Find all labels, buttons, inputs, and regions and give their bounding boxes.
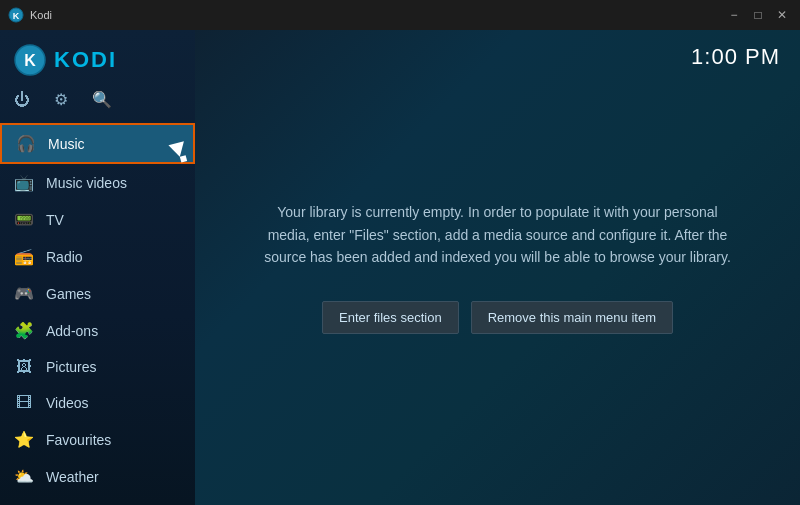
titlebar: K Kodi − □ ✕ bbox=[0, 0, 800, 30]
games-icon: 🎮 bbox=[14, 284, 34, 303]
titlebar-controls: − □ ✕ bbox=[724, 5, 792, 25]
radio-icon: 📻 bbox=[14, 247, 34, 266]
maximize-button[interactable]: □ bbox=[748, 5, 768, 25]
sidebar-item-label: Radio bbox=[46, 249, 83, 265]
settings-icon[interactable]: ⚙ bbox=[54, 90, 68, 109]
kodi-main-logo-icon: K bbox=[14, 44, 46, 76]
sidebar-item-music-videos[interactable]: 📺 Music videos bbox=[0, 164, 195, 201]
minimize-button[interactable]: − bbox=[724, 5, 744, 25]
power-icon[interactable]: ⏻ bbox=[14, 91, 30, 109]
search-icon[interactable]: 🔍 bbox=[92, 90, 112, 109]
sidebar-item-label: Music videos bbox=[46, 175, 127, 191]
sidebar-item-tv[interactable]: 📟 TV bbox=[0, 201, 195, 238]
pictures-icon: 🖼 bbox=[14, 358, 34, 376]
kodi-logo-icon: K bbox=[8, 7, 24, 23]
sidebar-item-label: Music bbox=[48, 136, 85, 152]
empty-library-message: Your library is currently empty. In orde… bbox=[258, 201, 738, 268]
sidebar-item-label: Videos bbox=[46, 395, 89, 411]
sidebar-item-label: Favourites bbox=[46, 432, 111, 448]
music-videos-icon: 📺 bbox=[14, 173, 34, 192]
sidebar: K KODI ⏻ ⚙ 🔍 🎧 Music 📺 Music videos 📟 TV bbox=[0, 30, 195, 505]
sidebar-item-label: Add-ons bbox=[46, 323, 98, 339]
sidebar-item-label: TV bbox=[46, 212, 64, 228]
toolbar: ⏻ ⚙ 🔍 bbox=[0, 90, 195, 123]
content-area: 1:00 PM Your library is currently empty.… bbox=[195, 30, 800, 505]
svg-text:K: K bbox=[24, 52, 36, 69]
addons-icon: 🧩 bbox=[14, 321, 34, 340]
svg-text:K: K bbox=[13, 11, 20, 21]
action-buttons: Enter files section Remove this main men… bbox=[322, 301, 673, 334]
sidebar-item-radio[interactable]: 📻 Radio bbox=[0, 238, 195, 275]
nav-items: 🎧 Music 📺 Music videos 📟 TV 📻 Radio 🎮 Ga… bbox=[0, 123, 195, 505]
videos-icon: 🎞 bbox=[14, 394, 34, 412]
app-name: KODI bbox=[54, 47, 117, 73]
sidebar-item-label: Pictures bbox=[46, 359, 97, 375]
sidebar-item-videos[interactable]: 🎞 Videos bbox=[0, 385, 195, 421]
sidebar-item-favourites[interactable]: ⭐ Favourites bbox=[0, 421, 195, 458]
sidebar-item-weather[interactable]: ⛅ Weather bbox=[0, 458, 195, 495]
tv-icon: 📟 bbox=[14, 210, 34, 229]
titlebar-title: Kodi bbox=[30, 9, 52, 21]
main-wrapper: K KODI ⏻ ⚙ 🔍 🎧 Music 📺 Music videos 📟 TV bbox=[0, 30, 800, 505]
logo-area: K KODI bbox=[0, 34, 195, 90]
sidebar-item-addons[interactable]: 🧩 Add-ons bbox=[0, 312, 195, 349]
weather-icon: ⛅ bbox=[14, 467, 34, 486]
close-button[interactable]: ✕ bbox=[772, 5, 792, 25]
sidebar-item-pictures[interactable]: 🖼 Pictures bbox=[0, 349, 195, 385]
sidebar-item-music[interactable]: 🎧 Music bbox=[0, 123, 195, 164]
time-display: 1:00 PM bbox=[691, 44, 780, 70]
sidebar-item-label: Weather bbox=[46, 469, 99, 485]
sidebar-item-games[interactable]: 🎮 Games bbox=[0, 275, 195, 312]
favourites-icon: ⭐ bbox=[14, 430, 34, 449]
music-icon: 🎧 bbox=[16, 134, 36, 153]
enter-files-button[interactable]: Enter files section bbox=[322, 301, 459, 334]
titlebar-left: K Kodi bbox=[8, 7, 52, 23]
remove-menu-item-button[interactable]: Remove this main menu item bbox=[471, 301, 673, 334]
sidebar-item-label: Games bbox=[46, 286, 91, 302]
